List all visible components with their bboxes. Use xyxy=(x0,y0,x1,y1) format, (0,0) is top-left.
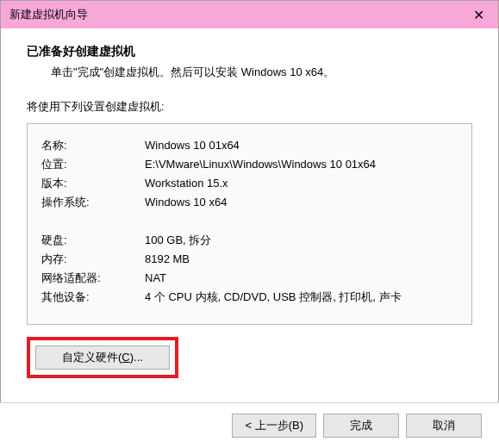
value-network: NAT xyxy=(145,269,458,288)
page-subtitle: 单击"完成"创建虚拟机。然后可以安装 Windows 10 x64。 xyxy=(51,65,472,80)
value-os: Windows 10 x64 xyxy=(145,193,458,212)
row-network: 网络适配器: NAT xyxy=(41,269,458,288)
customize-hardware-button[interactable]: 自定义硬件(C)... xyxy=(35,345,170,370)
value-location: E:\VMware\Linux\Windows\Windows 10 01x64 xyxy=(145,155,458,174)
settings-summary-box: 名称: Windows 10 01x64 位置: E:\VMware\Linux… xyxy=(27,123,472,325)
label-disk: 硬盘: xyxy=(41,231,145,250)
label-version: 版本: xyxy=(41,174,145,193)
dialog-content: 已准备好创建虚拟机 单击"完成"创建虚拟机。然后可以安装 Windows 10 … xyxy=(1,28,498,387)
titlebar: 新建虚拟机向导 ✕ xyxy=(1,1,498,28)
value-version: Workstation 15.x xyxy=(145,174,458,193)
label-other: 其他设备: xyxy=(41,288,145,307)
customize-label-key: C xyxy=(122,351,129,364)
row-name: 名称: Windows 10 01x64 xyxy=(41,136,458,155)
row-memory: 内存: 8192 MB xyxy=(41,250,458,269)
value-disk: 100 GB, 拆分 xyxy=(145,231,458,250)
row-disk: 硬盘: 100 GB, 拆分 xyxy=(41,231,458,250)
label-os: 操作系统: xyxy=(41,193,145,212)
back-button[interactable]: < 上一步(B) xyxy=(232,414,316,438)
customize-label-post: )... xyxy=(130,351,143,364)
close-icon: ✕ xyxy=(473,7,484,23)
customize-label-pre: 自定义硬件( xyxy=(62,351,122,364)
value-memory: 8192 MB xyxy=(145,250,458,269)
page-title: 已准备好创建虚拟机 xyxy=(27,44,472,59)
row-os: 操作系统: Windows 10 x64 xyxy=(41,193,458,212)
window-title: 新建虚拟机向导 xyxy=(9,7,88,22)
finish-button[interactable]: 完成 xyxy=(323,414,399,438)
close-button[interactable]: ✕ xyxy=(459,1,498,28)
row-location: 位置: E:\VMware\Linux\Windows\Windows 10 0… xyxy=(41,155,458,174)
value-other: 4 个 CPU 内核, CD/DVD, USB 控制器, 打印机, 声卡 xyxy=(145,288,458,307)
cancel-button[interactable]: 取消 xyxy=(406,414,482,438)
gap xyxy=(41,212,458,231)
label-network: 网络适配器: xyxy=(41,269,145,288)
row-version: 版本: Workstation 15.x xyxy=(41,174,458,193)
label-memory: 内存: xyxy=(41,250,145,269)
highlight-annotation: 自定义硬件(C)... xyxy=(27,337,178,378)
value-name: Windows 10 01x64 xyxy=(145,136,458,155)
label-location: 位置: xyxy=(41,155,145,174)
row-other: 其他设备: 4 个 CPU 内核, CD/DVD, USB 控制器, 打印机, … xyxy=(41,288,458,307)
label-name: 名称: xyxy=(41,136,145,155)
section-label: 将使用下列设置创建虚拟机: xyxy=(27,99,472,115)
dialog-footer: < 上一步(B) 完成 取消 xyxy=(0,402,499,448)
